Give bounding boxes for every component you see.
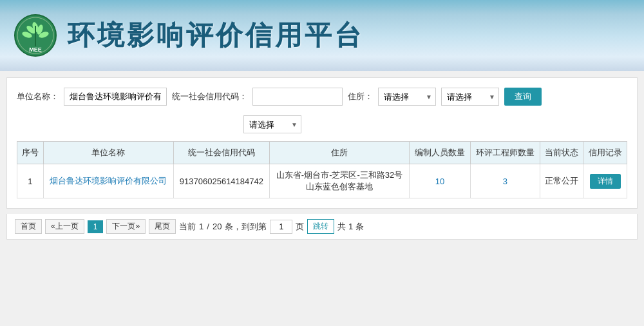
table-row: 1 烟台鲁达环境影响评价有限公司 913706025614184742 山东省-… xyxy=(17,164,627,198)
cell-detail: 详情 xyxy=(583,164,627,198)
page-info-page: 1 xyxy=(199,222,204,231)
svg-text:MEE: MEE xyxy=(29,46,42,53)
detail-button[interactable]: 详情 xyxy=(590,174,621,189)
cell-staff-count: 10 xyxy=(410,164,471,198)
col-header-credit-code: 统一社会信用代码 xyxy=(174,142,270,164)
unit-name-label: 单位名称： xyxy=(17,91,59,102)
location-select-1-wrapper: 请选择 ▼ xyxy=(378,88,436,106)
search-row-1: 单位名称： 统一社会信用代码： 住所： 请选择 ▼ 请选择 ▼ 查询 xyxy=(17,88,542,106)
last-page-button[interactable]: 尾页 xyxy=(149,219,176,234)
location-select-1[interactable]: 请选择 xyxy=(378,88,436,106)
site-title: 环境影响评价信用平台 xyxy=(68,17,364,53)
location-select-2[interactable]: 请选择 xyxy=(441,88,499,106)
location-label: 住所： xyxy=(348,91,373,102)
unit-name-input[interactable] xyxy=(64,88,167,106)
main-content: 单位名称： 统一社会信用代码： 住所： 请选择 ▼ 请选择 ▼ 查询 xyxy=(6,77,638,209)
search-bar: 单位名称： 统一社会信用代码： 住所： 请选择 ▼ 请选择 ▼ 查询 xyxy=(17,88,627,133)
mee-logo: MEE xyxy=(13,13,58,58)
unit-name-link[interactable]: 烟台鲁达环境影响评价有限公司 xyxy=(50,176,167,186)
page-header: MEE 环境影响评价信用平台 xyxy=(0,0,644,71)
credit-code-input[interactable] xyxy=(252,88,343,106)
cell-address: 山东省-烟台市-芝罘区-三和路32号山东蓝色创客基地 xyxy=(269,164,410,198)
next-page-button[interactable]: 下一页» xyxy=(106,219,146,234)
pagination-bar: 首页 «上一页 1 下一页» 尾页 当前 1 / 20 条，到到第 页 跳转 共… xyxy=(6,214,638,240)
page-info-separator: / xyxy=(207,222,209,231)
current-page-button[interactable]: 1 xyxy=(88,220,104,233)
page-jump-button[interactable]: 跳转 xyxy=(307,219,334,234)
col-header-address: 住所 xyxy=(269,142,410,164)
cell-status: 正常公开 xyxy=(540,164,583,198)
cell-index: 1 xyxy=(17,164,44,198)
query-button[interactable]: 查询 xyxy=(504,88,542,106)
location-select-2-wrapper: 请选择 ▼ xyxy=(441,88,499,106)
table-header-row: 序号 单位名称 统一社会信用代码 住所 编制人员数量 环评工程师数量 当前状态 … xyxy=(17,142,627,164)
col-header-engineer: 环评工程师数量 xyxy=(470,142,540,164)
page-info-total: 20 xyxy=(213,222,222,231)
col-header-credit: 信用记录 xyxy=(583,142,627,164)
page-total-text: 共 1 条 xyxy=(337,221,363,233)
col-header-index: 序号 xyxy=(17,142,44,164)
first-page-button[interactable]: 首页 xyxy=(15,219,42,234)
search-row-2: 请选择 ▼ xyxy=(243,115,301,133)
col-header-status: 当前状态 xyxy=(540,142,583,164)
location-select-3-wrapper: 请选择 ▼ xyxy=(243,115,301,133)
prev-page-button[interactable]: «上一页 xyxy=(45,219,84,234)
cell-credit-code: 913706025614184742 xyxy=(174,164,270,198)
results-table: 序号 单位名称 统一社会信用代码 住所 编制人员数量 环评工程师数量 当前状态 … xyxy=(17,141,627,198)
location-select-3[interactable]: 请选择 xyxy=(243,115,301,133)
page-info-unit: 条，到到第 xyxy=(225,221,267,233)
credit-code-label: 统一社会信用代码： xyxy=(172,91,247,102)
cell-engineer-count: 3 xyxy=(470,164,540,198)
page-jump-input[interactable] xyxy=(270,220,292,234)
page-info-current-label: 当前 xyxy=(179,221,196,233)
cell-unit-name: 烟台鲁达环境影响评价有限公司 xyxy=(43,164,174,198)
col-header-staff: 编制人员数量 xyxy=(410,142,471,164)
page-unit-label: 页 xyxy=(296,221,304,233)
col-header-unit-name: 单位名称 xyxy=(43,142,174,164)
